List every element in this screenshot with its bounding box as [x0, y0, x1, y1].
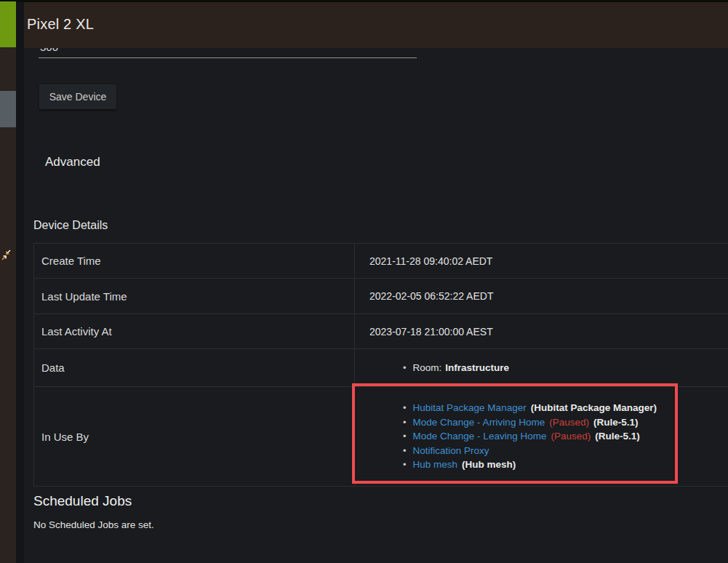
list-item: Notification Proxy — [403, 444, 657, 458]
row-value: Hubitat Package Manager(Hubitat Package … — [355, 387, 728, 486]
row-label: In Use By — [34, 387, 355, 486]
app-link[interactable]: Hubitat Package Manager — [413, 402, 527, 413]
app-type-label: (Hubitat Package Manager) — [531, 402, 657, 413]
list-item: Mode Change - Arriving Home(Paused)(Rule… — [403, 415, 657, 430]
app-type-label: (Hub mesh) — [462, 459, 516, 470]
advanced-heading: Advanced — [45, 155, 100, 169]
header-bar: Pixel 2 XL — [24, 2, 728, 48]
scheduled-jobs-empty-message: No Scheduled Jobs are set. — [33, 519, 154, 530]
row-value: 2022-02-05 06:52:22 AEDT — [355, 279, 728, 314]
table-row-last-activity-at: Last Activity At 2023-07-18 21:00:00 AES… — [34, 314, 728, 349]
data-list: Room:Infrastructure — [369, 361, 509, 375]
list-item: Hub mesh(Hub mesh) — [403, 458, 657, 472]
app-link[interactable]: Hub mesh — [413, 459, 458, 470]
row-label: Last Update Time — [34, 279, 355, 314]
data-room-label: Room: — [413, 362, 442, 373]
in-use-by-list: Hubitat Package Manager(Hubitat Package … — [369, 401, 657, 472]
sidebar — [0, 1, 16, 563]
row-label: Create Time — [34, 244, 355, 278]
table-row-data: Data Room:Infrastructure — [34, 349, 728, 387]
row-value: 2023-07-18 21:00:00 AEST — [355, 314, 728, 348]
main-content: 300 Save Device Advanced Device Details … — [24, 48, 728, 563]
device-details-heading: Device Details — [33, 219, 108, 232]
input-underline — [39, 57, 417, 58]
paused-badge: (Paused) — [551, 431, 591, 442]
table-row-create-time: Create Time 2021-11-28 09:40:02 AEDT — [34, 244, 728, 279]
list-item: Room:Infrastructure — [403, 361, 509, 375]
row-value: 2021-11-28 09:40:02 AEDT — [355, 244, 728, 278]
app-link[interactable]: Mode Change - Leaving Home — [413, 431, 547, 442]
data-room-value: Infrastructure — [445, 362, 509, 373]
numeric-preference-input[interactable]: 300 — [40, 48, 58, 53]
save-device-button[interactable]: Save Device — [39, 84, 116, 109]
sidebar-item-green-tile[interactable] — [0, 1, 16, 47]
list-item: Mode Change - Leaving Home(Paused)(Rule-… — [403, 429, 657, 444]
app-type-label: (Rule-5.1) — [593, 417, 639, 428]
table-row-last-update-time: Last Update Time 2022-02-05 06:52:22 AED… — [34, 279, 728, 314]
collapse-arrows-icon[interactable] — [1, 248, 12, 263]
app-type-label: (Rule-5.1) — [595, 431, 640, 442]
device-details-table: Create Time 2021-11-28 09:40:02 AEDT Las… — [33, 243, 728, 487]
app-link[interactable]: Notification Proxy — [413, 445, 489, 456]
list-item: Hubitat Package Manager(Hubitat Package … — [403, 401, 657, 415]
row-label: Data — [34, 349, 355, 386]
table-row-in-use-by: In Use By Hubitat Package Manager(Hubita… — [34, 387, 728, 487]
app-link[interactable]: Mode Change - Arriving Home — [413, 417, 545, 428]
row-value: Room:Infrastructure — [355, 349, 728, 386]
row-label: Last Activity At — [34, 314, 355, 348]
scheduled-jobs-heading: Scheduled Jobs — [33, 493, 132, 509]
sidebar-item-gray-tile[interactable] — [0, 91, 16, 127]
paused-badge: (Paused) — [549, 417, 589, 428]
page-title: Pixel 2 XL — [27, 16, 94, 33]
